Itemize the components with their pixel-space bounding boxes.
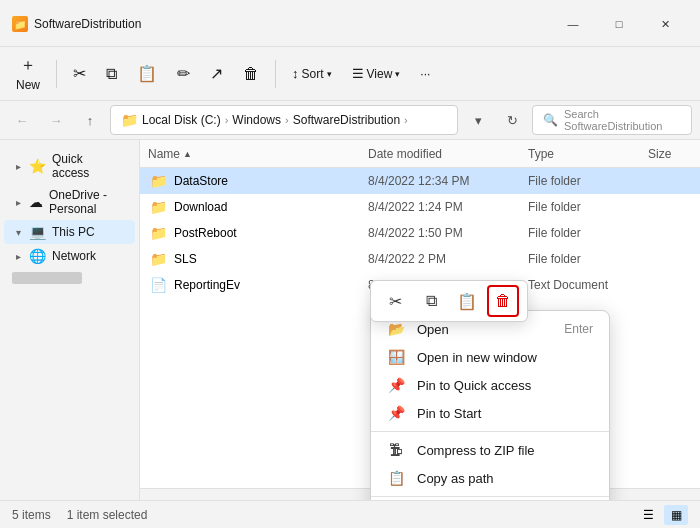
ctx-pin-quick-access-label: Pin to Quick access: [417, 378, 581, 393]
search-box[interactable]: 🔍 Search SoftwareDistribution: [532, 105, 692, 135]
toolbar: ＋ New ✂ ⧉ 📋 ✏ ↗ 🗑 ↕ Sort ▾ ☰ View ▾ ···: [0, 47, 700, 101]
ctx-compress-zip-label: Compress to ZIP file: [417, 443, 581, 458]
minimize-button[interactable]: —: [550, 8, 596, 40]
ctx-copy-path[interactable]: 📋 Copy as path: [371, 464, 609, 492]
ctx-compress-zip[interactable]: 🗜 Compress to ZIP file: [371, 436, 609, 464]
ctx-open-label: Open: [417, 322, 552, 337]
refresh-button[interactable]: ↻: [498, 106, 526, 134]
sidebar-item-this-pc[interactable]: ▾ 💻 This PC: [4, 220, 135, 244]
share-button[interactable]: ↗: [202, 60, 231, 87]
view-button[interactable]: ☰ View ▾: [344, 62, 409, 85]
ctx-copy-button[interactable]: ⧉: [415, 285, 447, 317]
ctx-paste-button[interactable]: 📋: [451, 285, 483, 317]
quick-access-icon: ⭐: [29, 158, 46, 174]
sort-label: Sort: [302, 67, 324, 81]
cut-icon: ✂: [73, 64, 86, 83]
ctx-pin-quick-access[interactable]: 📌 Pin to Quick access: [371, 371, 609, 399]
new-label: New: [16, 78, 40, 92]
view-icon: ☰: [352, 66, 364, 81]
address-path[interactable]: 📁 Local Disk (C:) › Windows › SoftwareDi…: [110, 105, 458, 135]
ctx-pin-quick-access-icon: 📌: [387, 377, 405, 393]
maximize-button[interactable]: □: [596, 8, 642, 40]
copy-icon: ⧉: [106, 65, 117, 83]
details-view-button[interactable]: ▦: [664, 505, 688, 525]
sidebar-item-label: Network: [52, 249, 96, 263]
ctx-copy-path-label: Copy as path: [417, 471, 581, 486]
path-local-disk[interactable]: Local Disk (C:): [142, 113, 221, 127]
forward-button[interactable]: →: [42, 106, 70, 134]
ctx-pin-start[interactable]: 📌 Pin to Start: [371, 399, 609, 427]
sidebar-item-label: Quick access: [52, 152, 123, 180]
list-view-button[interactable]: ☰: [636, 505, 660, 525]
network-icon: 🌐: [29, 248, 46, 264]
status-bar: 5 items 1 item selected ☰ ▦: [0, 500, 700, 528]
toolbar-sep-2: [275, 60, 276, 88]
back-button[interactable]: ←: [8, 106, 36, 134]
ctx-pin-start-label: Pin to Start: [417, 406, 581, 421]
share-icon: ↗: [210, 64, 223, 83]
sidebar-item-label: OneDrive - Personal: [49, 188, 123, 216]
expand-icon: ▸: [16, 161, 21, 172]
app-icon: 📁: [12, 16, 28, 32]
expand-icon: ▸: [16, 251, 21, 262]
context-menu: 📂 Open Enter 🪟 Open in new window 📌 Pin …: [370, 310, 610, 500]
ctx-divider-1: [371, 431, 609, 432]
view-label: View: [367, 67, 393, 81]
file-area: Name ▲ Date modified Type Size 📁 DataSto…: [140, 140, 700, 500]
path-windows[interactable]: Windows: [232, 113, 281, 127]
address-dropdown-button[interactable]: ▾: [464, 106, 492, 134]
more-button[interactable]: ···: [412, 63, 438, 85]
toolbar-sep-1: [56, 60, 57, 88]
sidebar-item-network[interactable]: ▸ 🌐 Network: [4, 244, 135, 268]
sort-button[interactable]: ↕ Sort ▾: [284, 62, 340, 85]
path-software-distribution[interactable]: SoftwareDistribution: [293, 113, 400, 127]
ctx-copy-path-icon: 📋: [387, 470, 405, 486]
selection-status: 1 item selected: [67, 508, 148, 522]
sort-chevron-icon: ▾: [327, 69, 332, 79]
main-content: ▸ ⭐ Quick access ▸ ☁ OneDrive - Personal…: [0, 140, 700, 500]
ctx-open-new-window-label: Open in new window: [417, 350, 581, 365]
ctx-open-new-window[interactable]: 🪟 Open in new window: [371, 343, 609, 371]
search-placeholder: Search SoftwareDistribution: [564, 108, 681, 132]
ctx-compress-zip-icon: 🗜: [387, 442, 405, 458]
expand-icon: ▸: [16, 197, 21, 208]
this-pc-icon: 💻: [29, 224, 46, 240]
ctx-open-new-window-icon: 🪟: [387, 349, 405, 365]
window-title: SoftwareDistribution: [34, 17, 141, 31]
new-button[interactable]: ＋ New: [8, 51, 48, 96]
expand-icon: ▾: [16, 227, 21, 238]
delete-button[interactable]: 🗑: [235, 61, 267, 87]
ctx-delete-button[interactable]: 🗑: [487, 285, 519, 317]
delete-icon: 🗑: [243, 65, 259, 83]
new-icon: ＋: [20, 55, 36, 76]
sort-icon: ↕: [292, 66, 299, 81]
view-chevron-icon: ▾: [395, 69, 400, 79]
onedrive-icon: ☁: [29, 194, 43, 210]
sidebar-blurred-item: [12, 272, 82, 284]
context-overlay[interactable]: ✂ ⧉ 📋 🗑 📂 Open Enter 🪟 Open in new windo…: [140, 140, 700, 500]
more-icon: ···: [420, 67, 430, 81]
ctx-open-icon: 📂: [387, 321, 405, 337]
ctx-open-shortcut: Enter: [564, 322, 593, 336]
close-button[interactable]: ✕: [642, 8, 688, 40]
view-toggles: ☰ ▦: [636, 505, 688, 525]
title-bar: 📁 SoftwareDistribution — □ ✕: [0, 0, 700, 47]
paste-button[interactable]: 📋: [129, 60, 165, 87]
up-button[interactable]: ↑: [76, 106, 104, 134]
sidebar: ▸ ⭐ Quick access ▸ ☁ OneDrive - Personal…: [0, 140, 140, 500]
ctx-divider-2: [371, 496, 609, 497]
cut-button[interactable]: ✂: [65, 60, 94, 87]
paste-icon: 📋: [137, 64, 157, 83]
copy-button[interactable]: ⧉: [98, 61, 125, 87]
sidebar-item-label: This PC: [52, 225, 95, 239]
context-mini-toolbar: ✂ ⧉ 📋 🗑: [370, 280, 528, 322]
rename-icon: ✏: [177, 64, 190, 83]
rename-button[interactable]: ✏: [169, 60, 198, 87]
sidebar-item-onedrive[interactable]: ▸ ☁ OneDrive - Personal: [4, 184, 135, 220]
ctx-pin-start-icon: 📌: [387, 405, 405, 421]
item-count: 5 items: [12, 508, 51, 522]
sidebar-item-quick-access[interactable]: ▸ ⭐ Quick access: [4, 148, 135, 184]
ctx-cut-button[interactable]: ✂: [379, 285, 411, 317]
search-icon: 🔍: [543, 113, 558, 127]
address-bar: ← → ↑ 📁 Local Disk (C:) › Windows › Soft…: [0, 101, 700, 140]
